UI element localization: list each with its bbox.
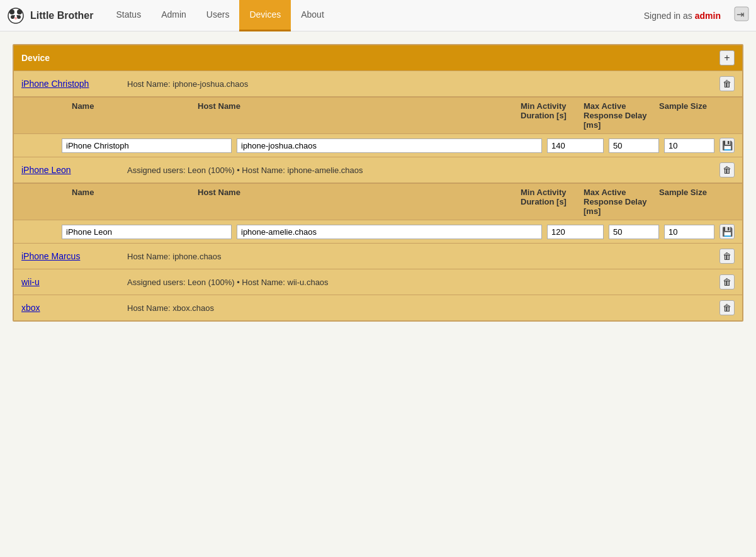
device-info-wii-u: Assigned users: Leon (100%) • Host Name:… (127, 278, 719, 287)
device-sample-input-leon[interactable] (664, 225, 714, 239)
save-christoph-button[interactable]: 💾 (719, 138, 735, 153)
device-data-iphone-christoph: 💾 (14, 133, 742, 157)
device-min-input-leon[interactable] (547, 225, 604, 239)
col-hostname-label-2: Host Name (198, 188, 521, 197)
device-min-input-christoph[interactable] (547, 138, 604, 153)
logout-icon: ⇥ (733, 6, 750, 22)
device-link-iphone-christoph[interactable]: iPhone Christoph (21, 79, 122, 89)
col-sample-label-2: Sample Size (659, 188, 735, 197)
brand-link[interactable]: Little Brother (6, 6, 93, 25)
logout-button[interactable]: ⇥ (733, 6, 750, 25)
save-leon-button[interactable]: 💾 (719, 224, 735, 239)
col-min-label-1: Min Activity Duration [s] (521, 101, 584, 120)
add-device-button[interactable]: + (719, 50, 735, 65)
nav-about[interactable]: About (291, 0, 334, 31)
device-row-iphone-leon: iPhone Leon Assigned users: Leon (100%) … (14, 157, 742, 183)
device-expanded-iphone-leon: Name Host Name Min Activity Duration [s]… (14, 183, 742, 243)
col-sample-label-1: Sample Size (659, 101, 735, 111)
device-info-iphone-marcus: Host Name: iphone.chaos (127, 252, 719, 261)
svg-point-2 (17, 9, 22, 14)
col-name-label-2: Name (21, 188, 198, 197)
svg-point-1 (9, 9, 14, 14)
col-hostname-label-1: Host Name (198, 101, 521, 111)
device-header-label: Device (21, 53, 50, 63)
signed-in-label: Signed in as (644, 11, 692, 21)
col-name-label-1: Name (21, 101, 198, 111)
col-min-label-2: Min Activity Duration [s] (521, 188, 584, 206)
device-link-wii-u[interactable]: wii-u (21, 277, 122, 287)
device-header: Device + (14, 45, 742, 70)
device-link-iphone-marcus[interactable]: iPhone Marcus (21, 251, 122, 261)
svg-point-5 (14, 17, 17, 20)
col-header-iphone-christoph: Name Host Name Min Activity Duration [s]… (14, 97, 742, 133)
device-max-input-leon[interactable] (609, 225, 659, 239)
delete-wii-u-button[interactable]: 🗑 (719, 274, 735, 290)
nav-users[interactable]: Users (196, 0, 240, 31)
admin-user-link[interactable]: admin (695, 11, 721, 21)
delete-iphone-christoph-button[interactable]: 🗑 (719, 76, 735, 91)
svg-point-7 (16, 14, 18, 16)
brand-name: Little Brother (30, 10, 93, 21)
delete-iphone-marcus-button[interactable]: 🗑 (719, 249, 735, 264)
svg-text:⇥: ⇥ (736, 9, 745, 20)
nav-links: Status Admin Users Devices About (106, 0, 643, 31)
device-name-input-leon[interactable] (62, 225, 232, 239)
devices-container: Device + iPhone Christoph Host Name: iph… (13, 44, 743, 322)
signed-in-info: Signed in as admin (644, 11, 721, 21)
device-link-iphone-leon[interactable]: iPhone Leon (21, 165, 122, 175)
delete-xbox-button[interactable]: 🗑 (719, 300, 735, 315)
device-info-iphone-leon: Assigned users: Leon (100%) • Host Name:… (127, 166, 719, 175)
col-max-label-1: Max Active Response Delay [ms] (584, 101, 659, 130)
main-content: Device + iPhone Christoph Host Name: iph… (0, 31, 756, 334)
device-expanded-iphone-christoph: Name Host Name Min Activity Duration [s]… (14, 96, 742, 157)
navbar: Little Brother Status Admin Users Device… (0, 0, 756, 31)
svg-point-6 (13, 14, 14, 16)
device-hostname-input-christoph[interactable] (237, 138, 542, 153)
device-link-xbox[interactable]: xbox (21, 303, 122, 313)
nav-admin[interactable]: Admin (151, 0, 196, 31)
nav-devices[interactable]: Devices (239, 0, 291, 31)
col-max-label-2: Max Active Response Delay [ms] (584, 188, 659, 216)
device-row-iphone-marcus: iPhone Marcus Host Name: iphone.chaos 🗑 (14, 243, 742, 269)
device-row-iphone-christoph: iPhone Christoph Host Name: iphone-joshu… (14, 70, 742, 96)
device-sample-input-christoph[interactable] (664, 138, 714, 153)
device-row-wii-u: wii-u Assigned users: Leon (100%) • Host… (14, 269, 742, 295)
device-hostname-input-leon[interactable] (237, 225, 542, 239)
delete-iphone-leon-button[interactable]: 🗑 (719, 162, 735, 177)
col-header-iphone-leon: Name Host Name Min Activity Duration [s]… (14, 183, 742, 220)
device-name-input-christoph[interactable] (62, 138, 232, 153)
device-info-iphone-christoph: Host Name: iphone-joshua.chaos (127, 79, 719, 89)
device-info-xbox: Host Name: xbox.chaos (127, 303, 719, 313)
panda-icon (6, 6, 25, 25)
device-max-input-christoph[interactable] (609, 138, 659, 153)
nav-status[interactable]: Status (106, 0, 151, 31)
device-data-iphone-leon: 💾 (14, 220, 742, 243)
device-row-xbox: xbox Host Name: xbox.chaos 🗑 (14, 295, 742, 320)
